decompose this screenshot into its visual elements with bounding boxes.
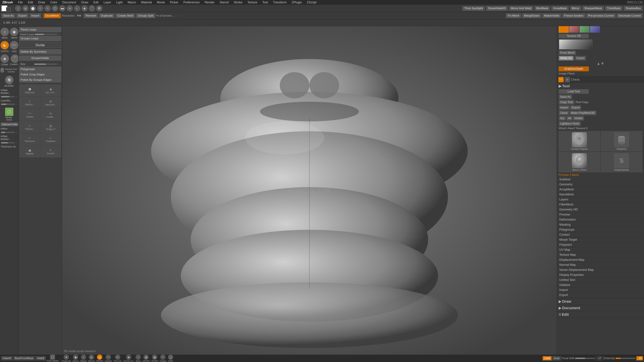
save-as-btn[interactable]: Save As xyxy=(1,13,16,18)
white-on-btn[interactable]: White On xyxy=(559,56,574,60)
menu-item-material[interactable]: Material xyxy=(140,0,153,4)
polygroups-item[interactable]: Polygroups xyxy=(558,227,643,232)
marcos-robot-tool-item[interactable]: Marcos_Robot xyxy=(559,152,600,172)
growmask-btn[interactable]: GrowMask xyxy=(552,6,569,11)
initialize-item[interactable]: Initialize xyxy=(558,283,643,288)
hpolish-btn[interactable]: ▤ HPolish xyxy=(96,354,104,362)
extra-brush-icon[interactable]: ⌘ xyxy=(96,5,102,11)
display-properties-item[interactable]: Display Properties xyxy=(558,273,643,278)
menu-item-transform[interactable]: Transform xyxy=(272,0,288,4)
brushbc-tool[interactable]: 🔘 BrushBC xyxy=(4,75,14,88)
make-polymesh3d-btn[interactable]: Make PolyMesh3D xyxy=(569,111,596,115)
tool-header[interactable]: ▶ Tool xyxy=(558,83,643,89)
main-canvas[interactable]: -0.395:-9.07; 0.228 xyxy=(62,26,557,355)
smooth-brush-icon[interactable]: ≈ xyxy=(44,5,51,11)
groupsvisible-btn[interactable]: GroupsVisible xyxy=(19,56,61,61)
menu-item-tool[interactable]: Tool xyxy=(262,0,269,4)
menu-item-preferences[interactable]: Preferences xyxy=(182,0,200,4)
sculpt-brush-icon[interactable]: ◈ xyxy=(82,5,88,11)
all-btn[interactable]: All xyxy=(566,116,572,121)
groups-split-btn[interactable]: Groups Split xyxy=(136,13,156,18)
backfrontmask-btn[interactable]: BackFrontMask xyxy=(13,356,35,361)
import-btn2[interactable]: Import xyxy=(575,56,586,60)
crease2-btn[interactable]: 〰 Crease xyxy=(159,354,167,362)
zadd-btn[interactable]: Zadd xyxy=(542,356,552,361)
s-cylinder-tool-item[interactable]: S SimpleCylindra xyxy=(601,152,642,172)
standard-brush-icon[interactable]: ◎ xyxy=(22,5,28,11)
chisel-tool[interactable]: ◈ Chisel xyxy=(0,54,10,66)
hpolish2-btn[interactable]: ▤ hPolish xyxy=(151,354,158,362)
zsub-btn[interactable]: Zsub xyxy=(552,356,561,361)
menu-item-stencil[interactable]: Stencil xyxy=(218,0,230,4)
dam-brush-icon[interactable]: ⌒ xyxy=(89,5,95,11)
hideall-btn[interactable]: HideAll xyxy=(1,356,12,361)
hideb-btn[interactable]: HideB xyxy=(36,356,46,361)
clip-circle-brush[interactable]: ○ ClipCirc... xyxy=(20,97,40,108)
createcurvs-tool[interactable]: ⌒ CreateCurv.. xyxy=(10,54,18,66)
delete-by-symmetry-btn[interactable]: Delete By Symmetry xyxy=(19,49,61,54)
blurmask-btn[interactable]: BlurMask xyxy=(534,6,550,11)
thick-spotlight-btn[interactable]: Thick Spotlight xyxy=(462,6,485,11)
export-tool-btn[interactable]: Export xyxy=(570,105,581,110)
trimcut-btn[interactable]: ✂ Trim Cut. xyxy=(113,354,122,362)
3d-viewport[interactable]: RRCG.CN 3D model sculpt viewport xyxy=(62,26,557,355)
showhidehd-btn[interactable]: Show/HideHD xyxy=(486,6,508,11)
lightbox-tools-btn[interactable]: Lightbox>Tools xyxy=(559,121,581,126)
fix-mesh-btn[interactable]: Fix Mesh xyxy=(506,13,521,18)
draw-header[interactable]: ▶ Draw xyxy=(558,299,643,304)
menu-item-layer[interactable]: Layer xyxy=(102,0,112,4)
mergedown-btn[interactable]: MergeDown xyxy=(522,13,541,18)
focal-shift-value[interactable]: -17 xyxy=(596,356,602,361)
trimcurve-brush[interactable]: ⌐ TrimCurve xyxy=(20,133,40,145)
polish-crisp-edges-btn[interactable]: Polish Crisp Edges xyxy=(19,72,61,77)
texture-map-item[interactable]: Texture Map xyxy=(558,252,643,257)
mend-tool[interactable]: ◉ Mend xyxy=(10,27,18,39)
dynami-value[interactable] xyxy=(175,15,182,16)
subtools-item[interactable]: Subdool xyxy=(558,177,643,182)
load-tool-btn[interactable]: Load Tool xyxy=(559,89,589,94)
menu-item-stroke[interactable]: Stroke xyxy=(232,0,243,4)
magnify-brush[interactable]: ◉ Magnify xyxy=(20,146,40,157)
clay-brush-icon[interactable]: ⬤ xyxy=(30,5,36,11)
texture-off-btn[interactable]: Texture Off xyxy=(559,34,589,38)
resolution-value[interactable]: 996 xyxy=(76,13,83,18)
move-brush-icon[interactable]: ↕ xyxy=(15,5,21,11)
lazy-tool[interactable]: 〰 Lazy xyxy=(10,40,18,53)
vector-displacement-map-item[interactable]: Vector Displacement Map xyxy=(558,268,643,273)
remesh-btn[interactable]: Remesh xyxy=(84,13,98,18)
marcul-btn[interactable]: ◎ MArcul xyxy=(88,354,95,362)
menu-item-edit2[interactable]: Edit xyxy=(92,0,100,4)
claytu-btn[interactable]: ◉ ClayTu xyxy=(72,354,79,362)
filtermesh-item[interactable]: FilterMesh xyxy=(558,202,643,207)
contact-item[interactable]: Contact xyxy=(558,232,643,237)
from-mesh-btn[interactable]: From Mesh xyxy=(559,50,576,55)
save-as-tool-btn[interactable]: Save As xyxy=(559,94,572,99)
visible-btn[interactable]: Visible xyxy=(573,116,584,121)
unified-skin-item[interactable]: Unified Skin xyxy=(558,278,643,283)
sculpy-brush[interactable]: ◎ Sculpy_P xyxy=(40,121,61,133)
create-shell-btn[interactable]: Create Shell xyxy=(116,13,135,18)
grabdocdepth-btn[interactable]: GrabDocDepth xyxy=(559,66,589,71)
menu-item-zplugin[interactable]: ZPlugin xyxy=(291,0,303,4)
warp-icon[interactable]: 〰 xyxy=(558,77,564,82)
clipboard-edits-btn[interactable]: Clipboard Edits xyxy=(1,122,18,126)
polish-by-groups-edges-btn[interactable]: Polish By Groups Edges xyxy=(19,77,61,82)
clone-btn[interactable]: Clone xyxy=(559,111,569,115)
panel-loops-btn[interactable]: Panel Loops xyxy=(19,27,61,32)
shadowbox-btn[interactable]: ShadowBox xyxy=(624,6,643,11)
import-btn[interactable]: Import xyxy=(30,13,41,18)
masking-item[interactable]: Masking xyxy=(558,222,643,227)
uv-map-item[interactable]: UV Map xyxy=(558,247,643,252)
clip-brush-icon[interactable]: ⌐ xyxy=(74,5,80,11)
zintensity-value[interactable]: 25 xyxy=(636,356,643,361)
color-swatch-bg[interactable] xyxy=(6,7,11,12)
clip-curve-brush[interactable]: ⬟ ClipCurve xyxy=(20,84,40,96)
menu-item-document[interactable]: Document xyxy=(62,0,77,4)
menu-item-zscript[interactable]: ZScript xyxy=(306,0,318,4)
edit-header[interactable]: X Edit xyxy=(558,312,643,317)
sharpenmask-btn[interactable]: SharpenMask xyxy=(582,6,604,11)
decimate-current-btn[interactable]: Decimate Current xyxy=(617,13,643,18)
geometry-hd-item[interactable]: Geometry HD xyxy=(558,207,643,212)
menu-item-edit[interactable]: Edit xyxy=(27,0,34,4)
le1-chi-brush[interactable]: ◈ LE1_Chi... xyxy=(40,84,61,96)
